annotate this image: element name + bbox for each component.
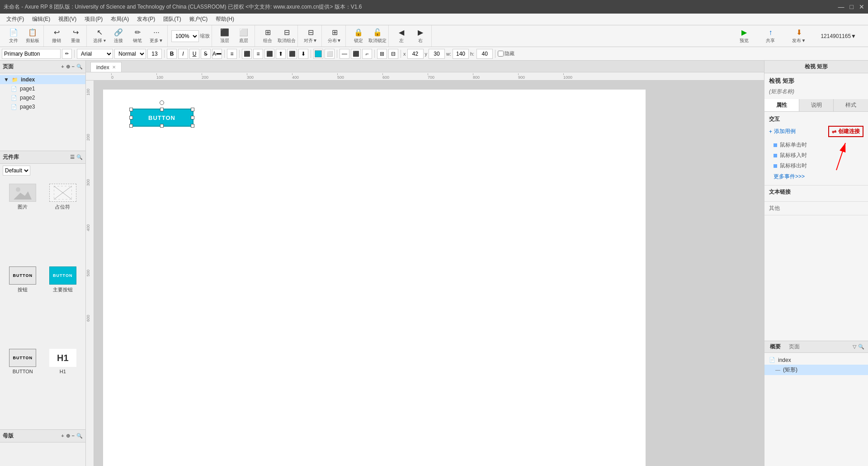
canvas-widget-button[interactable]: BUTTON: [130, 109, 193, 127]
zoom-select[interactable]: 100% 75% 150%: [171, 30, 199, 42]
pages-add-child-icon[interactable]: ⊕: [66, 64, 70, 70]
underline-btn[interactable]: U: [189, 49, 199, 59]
strikethrough-btn[interactable]: S̶: [201, 49, 211, 59]
canvas[interactable]: BUTTON: [94, 81, 764, 466]
overview-shape-rect[interactable]: — (矩形): [764, 365, 868, 375]
menu-edit[interactable]: 编辑(E): [28, 14, 54, 24]
handle-top-mid[interactable]: [160, 108, 164, 111]
grid-btn[interactable]: ⊞: [377, 49, 387, 59]
maximize-btn[interactable]: □: [850, 3, 854, 10]
font-size-input[interactable]: [147, 49, 162, 59]
handle-mid-left[interactable]: [129, 116, 133, 119]
align-right-btn[interactable]: ⬛: [264, 49, 274, 59]
menu-file[interactable]: 文件(F): [3, 14, 28, 24]
handle-bot-right[interactable]: [191, 124, 194, 128]
corner-btn[interactable]: ⌐: [362, 49, 372, 59]
toolbar-lock-btn[interactable]: 🔒 锁定: [349, 27, 368, 45]
w-input[interactable]: [453, 49, 469, 59]
toolbar-more-btn[interactable]: ··· 更多▼: [147, 27, 165, 45]
menu-view[interactable]: 视图(V): [55, 14, 80, 24]
layout-btn[interactable]: ⊟: [388, 49, 398, 59]
menu-account[interactable]: 账户(C): [186, 14, 212, 24]
toolbar-ungroup-btn[interactable]: ⊟ 取消组合: [278, 27, 296, 45]
widget-item-button[interactable]: BUTTON 按钮: [5, 265, 41, 344]
align-center-btn[interactable]: ≡: [253, 49, 263, 59]
tab-close-icon[interactable]: ✕: [112, 65, 116, 70]
toolbar-group-btn[interactable]: ⊞ 组合: [259, 27, 277, 45]
add-case-btn[interactable]: + 添加用例: [769, 128, 796, 135]
border-style-btn[interactable]: —: [340, 49, 349, 59]
overview-search-icon[interactable]: 🔍: [858, 344, 864, 350]
menu-layout[interactable]: 布局(A): [107, 14, 132, 24]
list-btn[interactable]: ≡: [227, 49, 237, 59]
toolbar-pen-btn[interactable]: ✏ 钢笔: [128, 27, 146, 45]
italic-btn[interactable]: I: [178, 49, 188, 59]
toolbar-unlock-btn[interactable]: 🔓 取消锁定: [368, 27, 387, 45]
widget-menu-icon[interactable]: ☰: [70, 154, 75, 160]
page-item-page3[interactable]: 📄 page3: [0, 102, 85, 111]
handle-top-right[interactable]: [191, 108, 194, 111]
page-item-page2[interactable]: 📄 page2: [0, 93, 85, 102]
menu-publish[interactable]: 发布(P): [133, 14, 159, 24]
masters-add-icon[interactable]: +: [61, 433, 64, 439]
align-vcenter-btn[interactable]: ⬛: [287, 49, 297, 59]
toolbar-redo-btn[interactable]: ↪ 重做: [66, 27, 85, 45]
handle-bot-left[interactable]: [129, 124, 133, 128]
user-account[interactable]: 1214901165▼: [816, 33, 861, 39]
font-family-select[interactable]: Arial: [77, 49, 113, 59]
minimize-btn[interactable]: —: [838, 3, 844, 10]
widget-search-icon[interactable]: 🔍: [76, 154, 83, 160]
toolbar-top-btn[interactable]: ⬛ 顶层: [216, 27, 234, 45]
overview-tab-summary[interactable]: 概要: [768, 342, 783, 352]
widget-name-input[interactable]: [2, 49, 61, 59]
toolbar-align-btn[interactable]: ⊟ 对齐▼: [302, 27, 320, 45]
align-bottom-btn[interactable]: ⬇: [298, 49, 308, 59]
page-item-page1[interactable]: 📄 page1: [0, 84, 85, 93]
rp-tab-说明[interactable]: 说明: [799, 99, 834, 111]
bold-btn[interactable]: B: [167, 49, 177, 59]
toolbar-undo-btn[interactable]: ↩ 撤销: [47, 27, 66, 45]
shadow-btn[interactable]: ⬛: [351, 49, 361, 59]
fill-color-btn[interactable]: [313, 49, 323, 59]
create-link-btn[interactable]: ⇌ 创建连接: [828, 126, 863, 137]
tab-index[interactable]: index ✕: [90, 62, 122, 72]
page-item-index[interactable]: ▼ 📁 index: [0, 75, 85, 84]
toolbar-distribute-btn[interactable]: ⊞ 分布▼: [326, 27, 344, 45]
menu-team[interactable]: 团队(T): [160, 14, 184, 24]
widget-item-image[interactable]: 图片: [5, 182, 41, 261]
stroke-color-btn[interactable]: ⬜: [325, 49, 335, 59]
handle-top-left[interactable]: [129, 108, 133, 111]
hidden-checkbox[interactable]: [498, 51, 504, 57]
overview-page-index[interactable]: 📄 index: [764, 356, 868, 365]
align-left-btn[interactable]: ⬛: [242, 49, 252, 59]
overview-filter-icon[interactable]: ▽: [853, 344, 856, 350]
library-select[interactable]: Default: [3, 166, 30, 176]
rp-tab-属性[interactable]: 属性: [764, 99, 799, 111]
font-style-select[interactable]: Normal Bold Italic: [114, 49, 146, 59]
masters-search-icon[interactable]: 🔍: [76, 433, 83, 439]
toolbar-bottom-btn[interactable]: ⬜ 底层: [235, 27, 253, 45]
menu-project[interactable]: 项目(P): [81, 14, 106, 24]
masters-delete-icon[interactable]: −: [72, 433, 75, 439]
close-btn[interactable]: ✕: [859, 3, 864, 10]
toolbar-new-btn[interactable]: 📄 文件: [5, 27, 23, 45]
rotate-handle[interactable]: [160, 100, 164, 105]
handle-bot-mid[interactable]: [160, 124, 164, 128]
toolbar-preview-btn[interactable]: ▶ 预览: [733, 27, 755, 45]
widget-edit-btn[interactable]: ✏: [62, 49, 72, 59]
text-color-btn[interactable]: A: [212, 49, 222, 59]
toolbar-connect-btn[interactable]: 🔗 连接: [109, 27, 127, 45]
widget-item-primary-button[interactable]: BUTTON 主要按钮: [45, 265, 81, 344]
toolbar-share-btn[interactable]: ↑ 共享: [759, 27, 782, 45]
rp-tab-样式[interactable]: 样式: [834, 99, 868, 111]
h-input[interactable]: [476, 49, 493, 59]
widget-item-button-text[interactable]: BUTTON BUTTON: [5, 347, 41, 425]
widget-item-placeholder[interactable]: 占位符: [45, 182, 81, 261]
toolbar-right-btn[interactable]: ▶ 右: [411, 27, 429, 45]
more-events-btn[interactable]: 更多事件>>>: [769, 171, 863, 181]
x-input[interactable]: [407, 49, 424, 59]
pages-add-icon[interactable]: +: [61, 64, 64, 70]
pages-search-icon[interactable]: 🔍: [76, 64, 83, 70]
toolbar-publish-btn[interactable]: ⬇ 发布▼: [785, 27, 812, 45]
toolbar-clipboard-btn[interactable]: 📋 剪贴板: [24, 27, 42, 45]
